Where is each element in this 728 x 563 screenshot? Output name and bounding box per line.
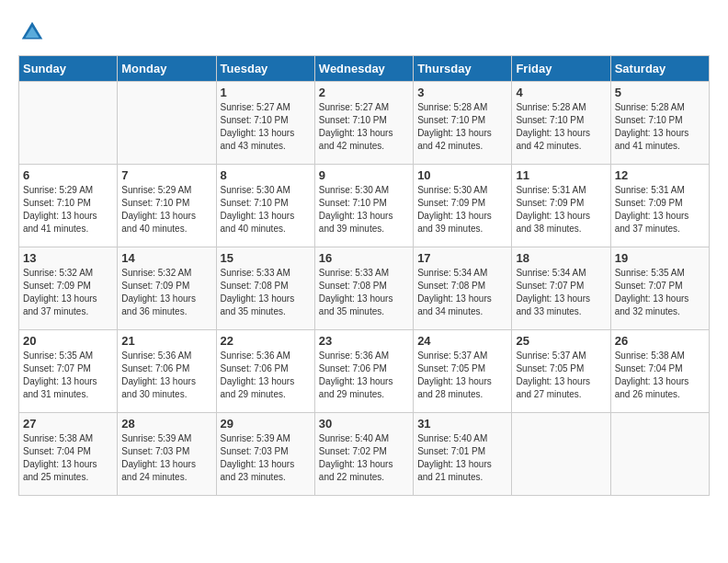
day-number: 29 xyxy=(221,417,311,431)
day-detail: Sunrise: 5:40 AM Sunset: 7:01 PM Dayligh… xyxy=(417,432,507,484)
day-detail: Sunrise: 5:37 AM Sunset: 7:05 PM Dayligh… xyxy=(417,350,507,401)
calendar-cell: 10Sunrise: 5:30 AM Sunset: 7:09 PM Dayli… xyxy=(414,165,512,247)
day-detail: Sunrise: 5:39 AM Sunset: 7:03 PM Dayligh… xyxy=(121,432,211,484)
day-detail: Sunrise: 5:28 AM Sunset: 7:10 PM Dayligh… xyxy=(516,101,606,153)
day-number: 12 xyxy=(615,168,705,182)
calendar-cell: 29Sunrise: 5:39 AM Sunset: 7:03 PM Dayli… xyxy=(216,413,314,496)
day-number: 17 xyxy=(417,251,507,265)
day-detail: Sunrise: 5:27 AM Sunset: 7:10 PM Dayligh… xyxy=(221,101,311,153)
calendar-cell: 23Sunrise: 5:36 AM Sunset: 7:06 PM Dayli… xyxy=(314,330,413,413)
calendar-cell: 2Sunrise: 5:27 AM Sunset: 7:10 PM Daylig… xyxy=(314,82,413,165)
logo-icon xyxy=(18,18,46,46)
logo xyxy=(18,18,50,46)
weekday-header-monday: Monday xyxy=(118,56,216,82)
day-detail: Sunrise: 5:28 AM Sunset: 7:10 PM Dayligh… xyxy=(615,101,705,153)
calendar-cell: 18Sunrise: 5:34 AM Sunset: 7:07 PM Dayli… xyxy=(512,247,610,330)
calendar-cell: 31Sunrise: 5:40 AM Sunset: 7:01 PM Dayli… xyxy=(414,413,512,496)
day-detail: Sunrise: 5:32 AM Sunset: 7:09 PM Dayligh… xyxy=(121,267,211,318)
calendar-cell xyxy=(512,413,610,496)
weekday-header-sunday: Sunday xyxy=(19,56,118,82)
day-number: 5 xyxy=(615,86,705,99)
day-number: 8 xyxy=(221,168,311,182)
day-detail: Sunrise: 5:39 AM Sunset: 7:03 PM Dayligh… xyxy=(221,432,311,484)
calendar-cell: 15Sunrise: 5:33 AM Sunset: 7:08 PM Dayli… xyxy=(216,247,314,330)
calendar-cell: 30Sunrise: 5:40 AM Sunset: 7:02 PM Dayli… xyxy=(314,413,413,496)
day-number: 2 xyxy=(319,86,409,99)
day-number: 3 xyxy=(417,86,507,99)
calendar-cell: 17Sunrise: 5:34 AM Sunset: 7:08 PM Dayli… xyxy=(414,247,512,330)
calendar-week-row: 27Sunrise: 5:38 AM Sunset: 7:04 PM Dayli… xyxy=(19,413,710,496)
day-detail: Sunrise: 5:27 AM Sunset: 7:10 PM Dayligh… xyxy=(319,101,409,153)
day-detail: Sunrise: 5:36 AM Sunset: 7:06 PM Dayligh… xyxy=(319,350,409,401)
day-number: 26 xyxy=(615,334,705,348)
calendar-cell: 20Sunrise: 5:35 AM Sunset: 7:07 PM Dayli… xyxy=(19,330,118,413)
page-header xyxy=(18,18,710,46)
calendar-cell: 28Sunrise: 5:39 AM Sunset: 7:03 PM Dayli… xyxy=(118,413,216,496)
calendar-cell: 16Sunrise: 5:33 AM Sunset: 7:08 PM Dayli… xyxy=(314,247,413,330)
day-number: 15 xyxy=(221,251,311,265)
day-number: 1 xyxy=(221,86,311,99)
day-detail: Sunrise: 5:36 AM Sunset: 7:06 PM Dayligh… xyxy=(221,350,311,401)
calendar-cell: 11Sunrise: 5:31 AM Sunset: 7:09 PM Dayli… xyxy=(512,165,610,247)
day-detail: Sunrise: 5:40 AM Sunset: 7:02 PM Dayligh… xyxy=(319,432,409,484)
calendar-week-row: 6Sunrise: 5:29 AM Sunset: 7:10 PM Daylig… xyxy=(19,165,710,247)
calendar-cell: 13Sunrise: 5:32 AM Sunset: 7:09 PM Dayli… xyxy=(19,247,118,330)
day-number: 20 xyxy=(23,334,113,348)
day-detail: Sunrise: 5:37 AM Sunset: 7:05 PM Dayligh… xyxy=(516,350,606,401)
calendar-cell: 9Sunrise: 5:30 AM Sunset: 7:10 PM Daylig… xyxy=(314,165,413,247)
day-number: 16 xyxy=(319,251,409,265)
calendar-cell: 1Sunrise: 5:27 AM Sunset: 7:10 PM Daylig… xyxy=(216,82,314,165)
day-detail: Sunrise: 5:36 AM Sunset: 7:06 PM Dayligh… xyxy=(121,350,211,401)
day-number: 14 xyxy=(121,251,211,265)
calendar-cell: 21Sunrise: 5:36 AM Sunset: 7:06 PM Dayli… xyxy=(118,330,216,413)
day-number: 6 xyxy=(23,168,113,182)
calendar-body: 1Sunrise: 5:27 AM Sunset: 7:10 PM Daylig… xyxy=(19,82,710,496)
day-detail: Sunrise: 5:30 AM Sunset: 7:10 PM Dayligh… xyxy=(221,184,311,236)
calendar-cell: 7Sunrise: 5:29 AM Sunset: 7:10 PM Daylig… xyxy=(118,165,216,247)
weekday-header-wednesday: Wednesday xyxy=(314,56,413,82)
calendar-cell xyxy=(118,82,216,165)
day-detail: Sunrise: 5:34 AM Sunset: 7:08 PM Dayligh… xyxy=(417,267,507,318)
day-detail: Sunrise: 5:30 AM Sunset: 7:09 PM Dayligh… xyxy=(417,184,507,236)
day-detail: Sunrise: 5:33 AM Sunset: 7:08 PM Dayligh… xyxy=(319,267,409,318)
day-detail: Sunrise: 5:38 AM Sunset: 7:04 PM Dayligh… xyxy=(23,432,113,484)
day-detail: Sunrise: 5:29 AM Sunset: 7:10 PM Dayligh… xyxy=(121,184,211,236)
calendar-cell: 27Sunrise: 5:38 AM Sunset: 7:04 PM Dayli… xyxy=(19,413,118,496)
day-number: 23 xyxy=(319,334,409,348)
calendar-cell: 8Sunrise: 5:30 AM Sunset: 7:10 PM Daylig… xyxy=(216,165,314,247)
day-detail: Sunrise: 5:35 AM Sunset: 7:07 PM Dayligh… xyxy=(23,350,113,401)
calendar-cell: 22Sunrise: 5:36 AM Sunset: 7:06 PM Dayli… xyxy=(216,330,314,413)
weekday-header-tuesday: Tuesday xyxy=(216,56,314,82)
day-detail: Sunrise: 5:34 AM Sunset: 7:07 PM Dayligh… xyxy=(516,267,606,318)
day-number: 27 xyxy=(23,417,113,431)
day-number: 25 xyxy=(516,334,606,348)
calendar-header-row: SundayMondayTuesdayWednesdayThursdayFrid… xyxy=(19,56,710,82)
day-number: 22 xyxy=(221,334,311,348)
day-number: 24 xyxy=(417,334,507,348)
calendar-cell: 14Sunrise: 5:32 AM Sunset: 7:09 PM Dayli… xyxy=(118,247,216,330)
calendar-cell: 12Sunrise: 5:31 AM Sunset: 7:09 PM Dayli… xyxy=(610,165,709,247)
day-number: 21 xyxy=(121,334,211,348)
day-number: 28 xyxy=(121,417,211,431)
calendar-week-row: 1Sunrise: 5:27 AM Sunset: 7:10 PM Daylig… xyxy=(19,82,710,165)
weekday-header-saturday: Saturday xyxy=(610,56,709,82)
calendar-cell: 5Sunrise: 5:28 AM Sunset: 7:10 PM Daylig… xyxy=(610,82,709,165)
day-number: 30 xyxy=(319,417,409,431)
day-detail: Sunrise: 5:35 AM Sunset: 7:07 PM Dayligh… xyxy=(615,267,705,318)
day-number: 9 xyxy=(319,168,409,182)
day-detail: Sunrise: 5:32 AM Sunset: 7:09 PM Dayligh… xyxy=(23,267,113,318)
day-number: 4 xyxy=(516,86,606,99)
day-number: 10 xyxy=(417,168,507,182)
day-detail: Sunrise: 5:29 AM Sunset: 7:10 PM Dayligh… xyxy=(23,184,113,236)
calendar-cell: 25Sunrise: 5:37 AM Sunset: 7:05 PM Dayli… xyxy=(512,330,610,413)
calendar-cell xyxy=(19,82,118,165)
calendar-cell: 4Sunrise: 5:28 AM Sunset: 7:10 PM Daylig… xyxy=(512,82,610,165)
calendar-cell: 3Sunrise: 5:28 AM Sunset: 7:10 PM Daylig… xyxy=(414,82,512,165)
day-number: 31 xyxy=(417,417,507,431)
weekday-header-friday: Friday xyxy=(512,56,610,82)
weekday-header-thursday: Thursday xyxy=(414,56,512,82)
day-detail: Sunrise: 5:38 AM Sunset: 7:04 PM Dayligh… xyxy=(615,350,705,401)
calendar-cell xyxy=(610,413,709,496)
day-number: 13 xyxy=(23,251,113,265)
day-number: 18 xyxy=(516,251,606,265)
